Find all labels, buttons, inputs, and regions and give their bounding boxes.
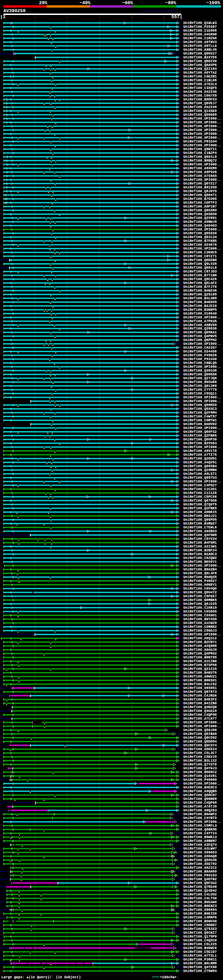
svg-text:UniRef100_B2CNY1: UniRef100_B2CNY1 xyxy=(183,640,217,644)
svg-text:~40%: ~40% xyxy=(79,0,91,6)
svg-text:UniRef100_B4K3F2: UniRef100_B4K3F2 xyxy=(183,698,217,702)
svg-text:UniRef100_Q2V991: UniRef100_Q2V991 xyxy=(183,216,217,220)
svg-text:UniRef100_Q870G6: UniRef100_Q870G6 xyxy=(183,499,217,503)
svg-text:UniRef100_P69103: UniRef100_P69103 xyxy=(183,873,217,877)
svg-text:UniRef100_Q8AVP6: UniRef100_Q8AVP6 xyxy=(183,63,217,67)
svg-text:|1: |1 xyxy=(0,14,6,19)
svg-text:UniRef100_A5E792: UniRef100_A5E792 xyxy=(183,862,217,866)
svg-text:UniRef100_C8V4Q0: UniRef100_C8V4Q0 xyxy=(183,587,217,591)
svg-text:UniRef100_UPI000..: UniRef100_UPI000.. xyxy=(183,480,221,484)
svg-text:UniRef100_B2BF24: UniRef100_B2BF24 xyxy=(183,549,217,552)
svg-text:UniRef100_Q93134: UniRef100_Q93134 xyxy=(183,235,217,239)
svg-text:UniRef100_Q8IBA0: UniRef100_Q8IBA0 xyxy=(183,732,217,736)
svg-text:UniRef100_B5DFX3: UniRef100_B5DFX3 xyxy=(183,98,217,102)
svg-text:UniRef100_P25387: UniRef100_P25387 xyxy=(183,25,217,29)
svg-text:UniRef100_C5PCX6: UniRef100_C5PCX6 xyxy=(183,495,217,499)
svg-text:UniRef100_C3KHC5: UniRef100_C3KHC5 xyxy=(183,251,217,255)
svg-text:UniRef100_B4JEI0: UniRef100_B4JEI0 xyxy=(183,304,217,308)
svg-text:UniRef100_B2ADC3: UniRef100_B2ADC3 xyxy=(183,552,217,556)
svg-text:UniRef100_C8YZ71: UniRef100_C8YZ71 xyxy=(183,255,217,258)
svg-text:UniRef100_A9XEM9: UniRef100_A9XEM9 xyxy=(183,167,217,170)
svg-text:20%: 20% xyxy=(39,0,47,6)
svg-text:=100char.: =100char. xyxy=(160,975,179,979)
svg-text:UniRef100_C3XQF5: UniRef100_C3XQF5 xyxy=(183,86,217,90)
svg-text:UniRef100_UPI000..: UniRef100_UPI000.. xyxy=(183,143,221,147)
svg-text:UniRef100_Q9FSU2: UniRef100_Q9FSU2 xyxy=(183,881,217,885)
svg-text:UniRef100_B3L122: UniRef100_B3L122 xyxy=(183,759,217,763)
svg-text:UniRef100_B0Y4S0: UniRef100_B0Y4S0 xyxy=(183,617,217,621)
svg-text:UniRef100_C7GW94: UniRef100_C7GW94 xyxy=(183,969,217,973)
svg-text:UniRef100_C9SQ11: UniRef100_C9SQ11 xyxy=(183,392,217,396)
svg-text:UniRef100_Q21215: UniRef100_Q21215 xyxy=(183,667,217,671)
svg-text:UniRef100_C1E856: UniRef100_C1E856 xyxy=(183,29,217,33)
svg-text:UniRef100_UPI000..: UniRef100_UPI000.. xyxy=(183,820,221,824)
svg-text:UniRef100_O42248: UniRef100_O42248 xyxy=(183,90,217,94)
svg-text:UniRef100_UPI000..: UniRef100_UPI000.. xyxy=(183,316,221,320)
svg-text:UniRef100_UPI000..: UniRef100_UPI000.. xyxy=(183,426,221,430)
svg-text:UniRef100_B8MBK5: UniRef100_B8MBK5 xyxy=(183,598,217,602)
svg-text:UniRef100_C4QXC0: UniRef100_C4QXC0 xyxy=(183,939,217,942)
svg-text:UniRef100_C6TJD3: UniRef100_C6TJD3 xyxy=(183,270,217,274)
svg-text:UniRef100_C1BLK6: UniRef100_C1BLK6 xyxy=(183,79,217,83)
svg-text:UniRef100_A3FQ74: UniRef100_A3FQ74 xyxy=(183,843,217,847)
svg-text:UniRef100_Q39836: UniRef100_Q39836 xyxy=(183,327,217,331)
svg-text:UniRef100_UPI000..: UniRef100_UPI000.. xyxy=(183,117,221,121)
svg-text:UniRef100_Q24D42: UniRef100_Q24D42 xyxy=(183,889,217,893)
svg-text:UniRef100_Q27JQ8: UniRef100_Q27JQ8 xyxy=(183,377,217,380)
svg-text:UniRef100_UPI000..: UniRef100_UPI000.. xyxy=(183,342,221,346)
svg-text:UniRef100_Q4DTN2: UniRef100_Q4DTN2 xyxy=(183,877,217,881)
svg-text:UniRef100_B4E0C3: UniRef100_B4E0C3 xyxy=(183,786,217,789)
svg-text:UniRef100_C9E2R1: UniRef100_C9E2R1 xyxy=(183,75,217,79)
svg-text:UniRef100_A1CIN8: UniRef100_A1CIN8 xyxy=(183,659,217,663)
svg-text:UniRef100_C8BLQ5: UniRef100_C8BLQ5 xyxy=(183,361,217,365)
svg-text:UniRef100_P38011: UniRef100_P38011 xyxy=(183,958,217,962)
svg-text:UniRef100_UPI000..: UniRef100_UPI000.. xyxy=(183,564,221,568)
svg-text:UniRef100_Q95PD5: UniRef100_Q95PD5 xyxy=(183,518,217,522)
svg-text:UniRef100_UPI000..: UniRef100_UPI000.. xyxy=(183,365,221,369)
svg-text:UniRef100_Q2GUD1: UniRef100_Q2GUD1 xyxy=(183,457,217,461)
svg-text:UniRef100_Q8LAF2: UniRef100_Q8LAF2 xyxy=(183,281,217,285)
svg-text:UniRef100_C4JRS6: UniRef100_C4JRS6 xyxy=(183,694,217,698)
svg-text:UniRef100_C0S6G5: UniRef100_C0S6G5 xyxy=(183,610,217,614)
svg-text:UniRef100_B9SU88: UniRef100_B9SU88 xyxy=(183,380,217,384)
svg-text:UniRef100_Q5DCH7: UniRef100_Q5DCH7 xyxy=(183,793,217,797)
svg-text:UniRef100_B0LRM8: UniRef100_B0LRM8 xyxy=(183,962,217,966)
svg-text:UniRef100_UPI000..: UniRef100_UPI000.. xyxy=(183,228,221,232)
svg-text:UniRef100_Q179P0: UniRef100_Q179P0 xyxy=(183,935,217,939)
svg-text:UniRef100_A8WUZ1: UniRef100_A8WUZ1 xyxy=(183,675,217,679)
svg-text:UniRef100_UPI000..: UniRef100_UPI000.. xyxy=(183,445,221,449)
svg-text:UniRef100_B4LCS2: UniRef100_B4LCS2 xyxy=(183,682,217,686)
svg-text:UniRef100_A9V1T8: UniRef100_A9V1T8 xyxy=(183,449,217,453)
svg-text:UniRef100_UPI000..: UniRef100_UPI000.. xyxy=(183,128,221,132)
svg-text:UniRef100_B0WV40: UniRef100_B0WV40 xyxy=(183,920,217,923)
svg-text:UniRef100_P49026: UniRef100_P49026 xyxy=(183,353,217,357)
svg-text:UniRef100_C4YBT9: UniRef100_C4YBT9 xyxy=(183,816,217,820)
svg-text:UniRef100_Q9W7I1: UniRef100_Q9W7I1 xyxy=(183,147,217,151)
svg-text:UniRef100_Q801L9: UniRef100_Q801L9 xyxy=(183,155,217,159)
svg-text:UniRef100_C5XGU1: UniRef100_C5XGU1 xyxy=(183,614,217,617)
svg-text:UniRef100_A6ZIC2: UniRef100_A6ZIC2 xyxy=(183,866,217,870)
svg-text:UniRef100_A8Q263: UniRef100_A8Q263 xyxy=(183,808,217,813)
svg-text:UniRef100_Q9U4Y2: UniRef100_Q9U4Y2 xyxy=(183,591,217,595)
svg-text:UniRef100_Q9SXR9: UniRef100_Q9SXR9 xyxy=(183,208,217,212)
svg-text:UniRef100_C5E1D7: UniRef100_C5E1D7 xyxy=(183,950,217,954)
svg-text:UniRef100_A9RL45: UniRef100_A9RL45 xyxy=(183,48,217,52)
svg-text:UniRef100_Q4PBV5: UniRef100_Q4PBV5 xyxy=(183,334,217,338)
svg-text:UniRef100_Q58G69: UniRef100_Q58G69 xyxy=(183,113,217,117)
svg-text:UniRef100_B4NZ46: UniRef100_B4NZ46 xyxy=(183,289,217,293)
svg-text:UniRef100_C6ZQW2: UniRef100_C6ZQW2 xyxy=(183,556,217,560)
svg-text:UniRef100_Q2FBK5: UniRef100_Q2FBK5 xyxy=(183,506,217,510)
svg-text:UniRef100_A6SBS3: UniRef100_A6SBS3 xyxy=(183,530,217,533)
svg-text:UniRef100_Q7RS49: UniRef100_Q7RS49 xyxy=(183,885,217,889)
svg-text:UniRef100_C0Z2G7: UniRef100_C0Z2G7 xyxy=(183,346,217,350)
svg-text:UniRef100_C0PTF3: UniRef100_C0PTF3 xyxy=(183,201,217,205)
svg-text:UniRef100_B8A2B4: UniRef100_B8A2B4 xyxy=(183,568,217,571)
svg-text:UniRef100_Q09KA1: UniRef100_Q09KA1 xyxy=(183,331,217,334)
svg-text:UniRef100_C5MFL3: UniRef100_C5MFL3 xyxy=(183,824,217,828)
svg-text:UniRef100_B6HQX5: UniRef100_B6HQX5 xyxy=(183,575,217,579)
svg-text:UniRef100_A2Q9R8: UniRef100_A2Q9R8 xyxy=(183,644,217,648)
svg-text:UniRef100_Q4YX90: UniRef100_Q4YX90 xyxy=(183,966,217,969)
svg-text:Large gaps: ▲(in Query)/- (in: Large gaps: ▲(in Query)/- (in Subject) xyxy=(2,975,81,979)
svg-text:UniRef100_Q6C592: UniRef100_Q6C592 xyxy=(183,736,217,740)
svg-text:UniRef100_A7S9A5: UniRef100_A7S9A5 xyxy=(183,174,217,178)
